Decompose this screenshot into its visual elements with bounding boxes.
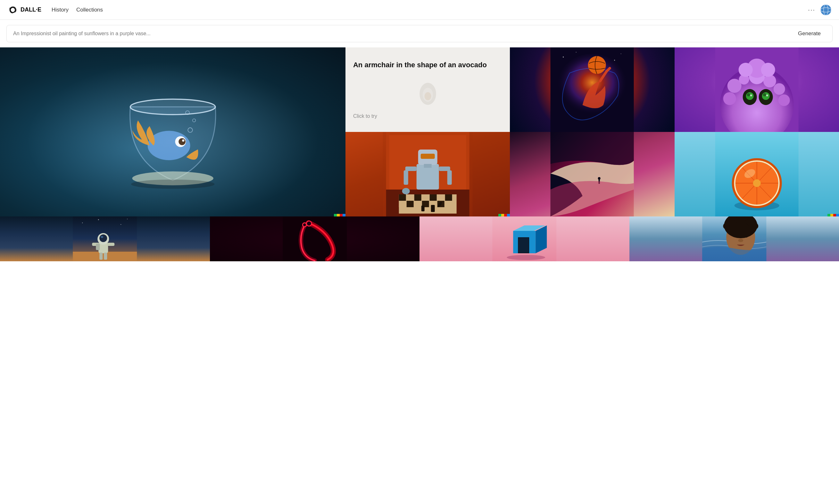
prompt-input[interactable] [13, 31, 793, 36]
robot-chess-illustration [346, 132, 510, 216]
search-bar-wrapper: Generate [0, 20, 839, 48]
svg-point-12 [186, 111, 189, 115]
fishbowl-art [0, 48, 346, 216]
svg-rect-104 [96, 244, 100, 250]
placeholder-prompt-text: An armchair in the shape of an avocado [353, 60, 502, 70]
orange-illustration [675, 132, 839, 216]
openai-logo-icon [8, 5, 18, 15]
portrait-illustration [629, 216, 839, 261]
logo[interactable]: DALL·E [8, 5, 41, 15]
svg-rect-68 [405, 166, 417, 171]
svg-point-20 [576, 52, 577, 53]
svg-point-5 [132, 171, 213, 185]
svg-rect-103 [104, 253, 107, 260]
svg-point-93 [98, 219, 99, 220]
svg-point-40 [763, 93, 766, 96]
svg-point-25 [588, 56, 606, 74]
svg-rect-52 [414, 194, 421, 201]
gallery-cell-cube[interactable] [419, 216, 629, 261]
svg-point-4 [130, 99, 215, 114]
svg-point-72 [402, 188, 410, 194]
svg-point-13 [131, 179, 215, 188]
gallery-main: An armchair in the shape of an avocado C… [0, 48, 839, 216]
basketball-illustration [510, 48, 674, 132]
gallery-cell-orange[interactable] [675, 132, 839, 216]
svg-rect-71 [448, 170, 452, 185]
svg-rect-59 [414, 201, 421, 207]
svg-rect-63 [445, 201, 452, 207]
nav-history[interactable]: History [52, 5, 69, 14]
neon-illustration [210, 216, 420, 261]
svg-point-41 [750, 94, 752, 96]
svg-rect-50 [399, 194, 406, 201]
svg-point-77 [598, 177, 600, 180]
svg-rect-102 [99, 253, 103, 260]
svg-rect-58 [407, 201, 414, 207]
search-bar: Generate [6, 25, 833, 42]
user-avatar[interactable] [820, 4, 831, 15]
fishbowl-illustration [35, 65, 311, 199]
svg-rect-69 [439, 166, 450, 171]
svg-rect-73 [421, 205, 425, 211]
svg-point-38 [762, 92, 769, 100]
gallery-cell-basketball[interactable] [510, 48, 674, 132]
svg-point-92 [82, 222, 83, 223]
color-bar-robot [498, 214, 510, 216]
svg-point-86 [753, 179, 761, 187]
svg-point-33 [723, 92, 736, 105]
gallery-cell-placeholder[interactable]: An armchair in the shape of an avocado C… [346, 48, 510, 132]
svg-point-42 [766, 94, 768, 96]
svg-point-95 [127, 219, 127, 219]
svg-rect-67 [424, 164, 432, 168]
more-options-icon[interactable]: ··· [808, 6, 815, 14]
svg-point-9 [182, 139, 184, 142]
gallery-cell-monster[interactable] [675, 48, 839, 132]
header: DALL·E History Collections ··· [0, 0, 839, 20]
cube-illustration [419, 216, 629, 261]
svg-point-44 [738, 63, 752, 77]
gallery-cell-robot[interactable] [346, 132, 510, 216]
svg-point-99 [101, 236, 103, 238]
color-bar-orange [827, 214, 839, 216]
svg-rect-51 [407, 194, 414, 201]
generate-button[interactable]: Generate [793, 28, 826, 39]
svg-point-14 [130, 99, 215, 114]
nav-collections[interactable]: Collections [76, 5, 103, 14]
gallery-cell-desert[interactable] [510, 132, 674, 216]
svg-rect-70 [404, 170, 408, 185]
svg-rect-54 [430, 194, 437, 201]
gallery-cell-neon[interactable] [210, 216, 420, 261]
svg-rect-66 [421, 154, 435, 159]
svg-rect-74 [431, 205, 435, 212]
svg-point-94 [121, 224, 121, 225]
astronaut-illustration [0, 216, 210, 261]
svg-point-129 [723, 223, 729, 229]
svg-point-130 [752, 223, 758, 229]
svg-point-45 [761, 63, 775, 77]
svg-point-37 [746, 92, 753, 100]
svg-point-19 [563, 57, 564, 58]
logo-text: DALL·E [20, 6, 41, 13]
monster-illustration [675, 48, 839, 132]
svg-point-7 [175, 136, 186, 147]
header-right: ··· [808, 4, 831, 15]
avocado-icon [402, 80, 453, 106]
desert-illustration [510, 132, 674, 216]
svg-point-11 [193, 119, 196, 122]
svg-point-34 [778, 94, 790, 106]
svg-rect-55 [437, 194, 444, 201]
svg-point-21 [614, 60, 615, 61]
svg-rect-101 [107, 243, 115, 246]
svg-point-8 [178, 138, 186, 145]
gallery-cell-astronaut[interactable] [0, 216, 210, 261]
svg-rect-115 [519, 238, 528, 253]
svg-point-6 [148, 131, 190, 160]
svg-rect-53 [422, 194, 429, 201]
svg-point-131 [738, 239, 743, 242]
color-bar-fishbowl [334, 214, 346, 216]
gallery-cell-portrait[interactable] [629, 216, 839, 261]
click-to-try-label: Click to try [353, 113, 377, 119]
globe-avatar-icon [820, 4, 831, 15]
svg-rect-57 [399, 201, 406, 207]
gallery-cell-fishbowl[interactable] [0, 48, 346, 216]
